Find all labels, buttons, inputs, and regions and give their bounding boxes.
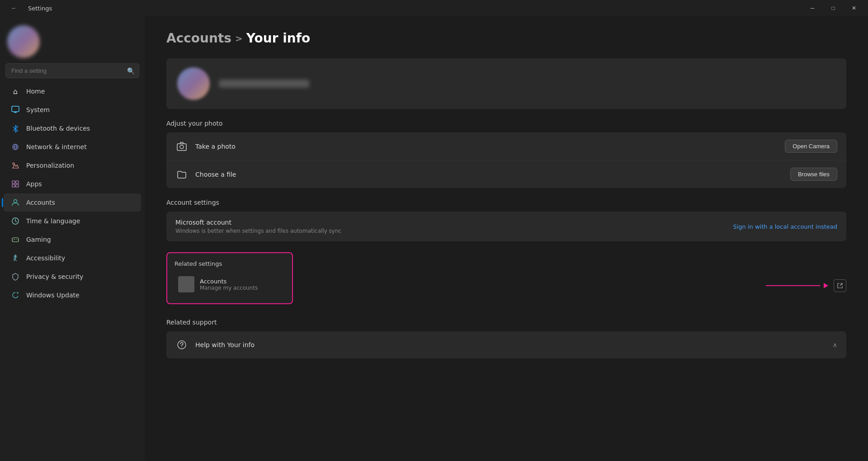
titlebar: ← Settings ─ □ ✕ — [0, 0, 868, 16]
svg-rect-9 — [16, 184, 19, 187]
photo-options-card: Take a photo Open Camera Choose a file B… — [166, 132, 846, 188]
microsoft-account-title: Microsoft account — [175, 219, 733, 226]
privacy-icon — [11, 272, 20, 281]
adjust-photo-label: Adjust your photo — [166, 120, 846, 127]
sidebar-item-accounts[interactable]: Accounts — [4, 193, 141, 212]
profile-avatar — [177, 67, 210, 100]
sidebar-item-privacy[interactable]: Privacy & security — [4, 268, 141, 286]
app-title: Settings — [28, 5, 52, 12]
accounts-icon — [11, 198, 20, 207]
related-accounts-avatar — [178, 276, 194, 292]
sidebar-item-label: Apps — [26, 180, 42, 188]
microsoft-account-info: Microsoft account Windows is better when… — [175, 219, 733, 234]
svg-rect-0 — [12, 106, 19, 112]
sidebar-item-home[interactable]: ⌂ Home — [4, 82, 141, 100]
microsoft-account-desc: Windows is better when settings and file… — [175, 228, 733, 234]
svg-point-21 — [181, 347, 182, 348]
sidebar-item-label: Personalization — [26, 162, 74, 169]
network-icon — [11, 142, 20, 151]
browse-files-button[interactable]: Browse files — [790, 168, 837, 181]
open-camera-button[interactable]: Open Camera — [785, 140, 837, 153]
svg-point-5 — [13, 163, 14, 165]
take-photo-label: Take a photo — [195, 143, 778, 150]
sidebar-item-label: Network & internet — [26, 143, 87, 151]
camera-icon — [175, 140, 188, 153]
accessibility-icon — [11, 254, 20, 263]
sidebar-item-label: System — [26, 106, 50, 113]
svg-point-10 — [14, 200, 17, 203]
external-link-icon[interactable] — [834, 279, 846, 292]
related-support-label: Related support — [166, 319, 846, 326]
sidebar-item-label: Time & language — [26, 217, 80, 225]
sidebar-item-label: Accessibility — [26, 254, 65, 262]
time-icon — [11, 216, 20, 226]
avatar — [7, 25, 40, 58]
sidebar-item-network[interactable]: Network & internet — [4, 138, 141, 156]
svg-line-19 — [840, 283, 842, 286]
arrow-head — [824, 283, 828, 288]
sidebar-item-accessibility[interactable]: Accessibility — [4, 249, 141, 267]
related-accounts-label: Accounts — [200, 278, 258, 285]
home-icon: ⌂ — [11, 87, 20, 96]
related-accounts-desc: Manage my accounts — [200, 285, 258, 291]
back-button[interactable]: ← — [4, 0, 24, 16]
sidebar: 🔍 ⌂ Home System Bluetooth & devices — [0, 16, 145, 461]
search-icon: 🔍 — [127, 67, 135, 75]
breadcrumb-current: Your info — [246, 31, 310, 46]
arrow-annotation — [766, 283, 828, 288]
sidebar-item-personalization[interactable]: Personalization — [4, 156, 141, 174]
related-settings-box: Related settings Accounts Manage my acco… — [166, 252, 293, 304]
sign-in-local-link[interactable]: Sign in with a local account instead — [733, 223, 837, 230]
update-icon — [11, 291, 20, 300]
svg-point-16 — [15, 255, 16, 256]
svg-rect-8 — [12, 184, 15, 187]
help-row[interactable]: Help with Your info ∧ — [166, 331, 846, 358]
choose-file-label: Choose a file — [195, 171, 783, 178]
main-content: Accounts > Your info Adjust your photo T… — [145, 16, 868, 461]
related-accounts-item[interactable]: Accounts Manage my accounts — [175, 273, 285, 296]
sidebar-item-system[interactable]: System — [4, 101, 141, 119]
profile-name-blurred — [219, 80, 309, 88]
sidebar-search-container: 🔍 — [5, 63, 139, 78]
sidebar-item-label: Windows Update — [26, 292, 80, 299]
minimize-button[interactable]: ─ — [802, 0, 823, 16]
breadcrumb-separator: > — [235, 33, 243, 44]
related-settings-title: Related settings — [175, 260, 285, 267]
arrow-line — [766, 285, 820, 286]
svg-rect-12 — [12, 238, 19, 242]
svg-point-15 — [16, 239, 17, 240]
folder-icon — [175, 168, 188, 181]
sidebar-item-label: Bluetooth & devices — [26, 125, 90, 132]
profile-section — [166, 58, 846, 109]
svg-rect-7 — [16, 181, 19, 183]
take-photo-row[interactable]: Take a photo Open Camera — [166, 132, 846, 160]
breadcrumb-parent[interactable]: Accounts — [166, 31, 231, 46]
sidebar-item-label: Privacy & security — [26, 273, 83, 280]
profile-info — [219, 80, 309, 88]
maximize-button[interactable]: □ — [823, 0, 844, 16]
sidebar-item-time[interactable]: Time & language — [4, 212, 141, 230]
app-body: 🔍 ⌂ Home System Bluetooth & devices — [0, 16, 868, 461]
help-label: Help with Your info — [195, 341, 826, 348]
close-button[interactable]: ✕ — [844, 0, 864, 16]
search-input[interactable] — [5, 63, 139, 78]
sidebar-item-bluetooth[interactable]: Bluetooth & devices — [4, 119, 141, 137]
microsoft-account-card: Microsoft account Windows is better when… — [166, 212, 846, 241]
sidebar-nav: ⌂ Home System Bluetooth & devices Netwo — [0, 82, 145, 305]
svg-point-18 — [180, 145, 184, 149]
related-support-card: Help with Your info ∧ — [166, 331, 846, 358]
breadcrumb: Accounts > Your info — [166, 31, 846, 46]
choose-file-row[interactable]: Choose a file Browse files — [166, 160, 846, 188]
sidebar-item-label: Accounts — [26, 199, 55, 206]
apps-icon — [11, 179, 20, 188]
svg-rect-6 — [12, 181, 15, 183]
sidebar-item-update[interactable]: Windows Update — [4, 286, 141, 304]
sidebar-item-gaming[interactable]: Gaming — [4, 230, 141, 249]
system-icon — [11, 105, 20, 114]
sidebar-item-label: Gaming — [26, 236, 51, 243]
chevron-up-icon: ∧ — [833, 341, 837, 348]
sidebar-item-apps[interactable]: Apps — [4, 175, 141, 193]
help-icon — [175, 339, 188, 351]
personalization-icon — [11, 161, 20, 170]
sidebar-profile — [0, 16, 145, 63]
